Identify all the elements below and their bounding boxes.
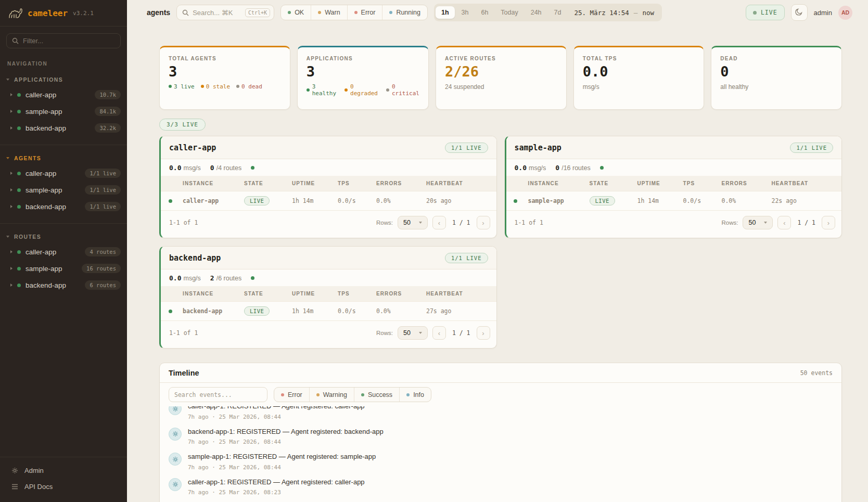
sidebar-item-caller-app[interactable]: caller-app 1/1 live [0, 165, 127, 182]
sidebar-item-caller-app[interactable]: caller-app 10.7k [0, 86, 127, 103]
instance-row[interactable]: caller-app LIVE 1h 14m 0.0/s 0.0% 20s ag… [161, 191, 496, 211]
stat-value: 0 [720, 64, 833, 80]
section-header-applications[interactable]: APPLICATIONS [0, 71, 127, 86]
rows-per-page-select[interactable]: 50 [398, 326, 428, 340]
gear-event-icon [169, 428, 182, 441]
filter-chip-ok[interactable]: OK [281, 5, 311, 20]
stat-value: 0.0 [583, 64, 695, 80]
sidebar-item-sample-app[interactable]: sample-app 1/1 live [0, 182, 127, 198]
moon-icon [795, 8, 803, 18]
status-filter-group: OK Warn Error Running [280, 5, 428, 20]
item-label: caller-app [25, 91, 90, 99]
next-page-button[interactable]: › [822, 216, 835, 229]
event-timestamp: 7h ago · 25 Mar 2026, 08:44 [188, 464, 376, 471]
timeline-event[interactable]: caller-app-1: REGISTERED — Agent registe… [169, 406, 833, 424]
instance-status-dot [514, 199, 517, 203]
event-title: backend-app-1: REGISTERED — Agent regist… [188, 428, 384, 436]
filter-chip-info[interactable]: Info [399, 388, 431, 402]
range-button-6h[interactable]: 6h [475, 6, 494, 19]
range-button-7d[interactable]: 7d [548, 6, 567, 19]
sidebar-item-sample-app[interactable]: sample-app 84.1k [0, 103, 127, 120]
col-instance: INSTANCE [180, 176, 241, 191]
table-footer: 1-1 of 1 Rows: 50 ‹ 1 / 1 › [161, 210, 496, 236]
item-label: sample-app [25, 265, 77, 273]
instance-name: caller-app [180, 191, 241, 211]
warn-dot [318, 11, 321, 14]
col-errors: ERRORS [373, 286, 423, 302]
prev-page-button[interactable]: ‹ [777, 216, 791, 229]
status-dot [17, 188, 21, 192]
filter-chip-success[interactable]: Success [354, 388, 399, 402]
sidebar-item-backend-app[interactable]: backend-app 6 routes [0, 277, 127, 293]
next-page-button[interactable]: › [477, 326, 490, 340]
timeline-search-input[interactable]: Search events... [169, 387, 267, 402]
sidebar-item-backend-app[interactable]: backend-app 1/1 live [0, 198, 127, 215]
event-timestamp: 7h ago · 25 Mar 2026, 08:44 [188, 414, 365, 420]
chip-label: OK [295, 9, 304, 16]
uptime-cell: 1h 14m [289, 191, 335, 211]
filter-chip-error[interactable]: Error [347, 5, 382, 20]
live-status-badge[interactable]: LIVE [746, 5, 785, 20]
range-button-today[interactable]: Today [495, 6, 524, 19]
sidebar-item-admin[interactable]: Admin [0, 462, 127, 479]
range-button-24h[interactable]: 24h [525, 6, 547, 19]
app-card-backend-app: backend-app 1/1 LIVE 0.0msg/s 2/6 routes… [159, 246, 497, 349]
errors-cell: 0.0% [373, 302, 423, 321]
sidebar-filter-input[interactable]: Filter... [6, 33, 121, 48]
section-header-routes[interactable]: ROUTES [0, 228, 127, 243]
instance-row[interactable]: backend-app LIVE 1h 14m 0.0/s 0.0% 27s a… [161, 302, 496, 321]
status-dot [17, 110, 21, 113]
stat-card-total-agents: TOTAL AGENTS 3 3 live 0 stale 0 dead [159, 46, 290, 110]
filter-chip-running[interactable]: Running [382, 5, 427, 20]
timeline-event[interactable]: caller-app-1: REGISTERED — Agent registe… [169, 474, 833, 500]
next-page-button[interactable]: › [477, 216, 490, 229]
table-header-row: INSTANCE STATE UPTIME TPS ERRORS HEARTBE… [506, 176, 842, 191]
instances-table: INSTANCE STATE UPTIME TPS ERRORS HEARTBE… [161, 286, 496, 320]
item-badge: 16 routes [82, 264, 121, 273]
app-name: cameleer [28, 8, 68, 18]
app-card-header: backend-app 1/1 LIVE [161, 247, 496, 269]
status-dot [17, 93, 21, 97]
instances-table: INSTANCE STATE UPTIME TPS ERRORS HEARTBE… [161, 176, 496, 210]
timeline-event[interactable]: backend-app-1: REGISTERED — Agent regist… [169, 424, 833, 449]
sidebar-item-api-docs[interactable]: API Docs [0, 479, 127, 495]
filter-chip-error[interactable]: Error [274, 388, 309, 402]
avatar[interactable]: AD [838, 6, 852, 20]
overview-live-badge: 3/3 LIVE [159, 119, 206, 131]
sidebar-item-backend-app[interactable]: backend-app 32.2k [0, 120, 127, 136]
time-range-display: 25. März 14:54 — now [574, 9, 654, 17]
app-title: backend-app [169, 253, 221, 263]
chip-label: Running [396, 9, 420, 16]
chevron-right-icon [10, 267, 12, 270]
app-card-sample-app: sample-app 1/1 LIVE 0.0msg/s 0/16 routes… [505, 136, 843, 238]
section-header-agents[interactable]: AGENTS [0, 149, 127, 165]
breakdown-text: 3 healthy [312, 83, 336, 98]
prev-page-button[interactable]: ‹ [432, 326, 446, 340]
heartbeat-cell: 27s ago [423, 302, 496, 321]
filter-chip-warn[interactable]: Warn [311, 5, 347, 20]
live-label: LIVE [761, 9, 777, 16]
timeline-events-list[interactable]: caller-app-1: REGISTERED — Agent registe… [160, 406, 841, 502]
heartbeat-cell: 20s ago [423, 191, 496, 211]
item-label: backend-app [25, 203, 80, 211]
rows-per-page-select[interactable]: 50 [398, 216, 428, 229]
stat-label: APPLICATIONS [307, 56, 419, 61]
chevron-right-icon [10, 250, 12, 253]
prev-page-button[interactable]: ‹ [432, 216, 446, 229]
range-button-1h[interactable]: 1h [436, 6, 455, 19]
sidebar-item-caller-app[interactable]: caller-app 4 routes [0, 243, 127, 260]
topbar: agents Search... ⌘K Ctrl+K OK Warn Error [127, 0, 868, 25]
theme-toggle-button[interactable] [791, 4, 808, 21]
page-indicator: 1 / 1 [451, 219, 472, 226]
filter-chip-warning[interactable]: Warning [309, 388, 354, 402]
item-label: caller-app [25, 248, 80, 256]
rows-per-page-select[interactable]: 50 [743, 216, 773, 229]
tps-stat: 0.0msg/s [169, 164, 201, 172]
sidebar-item-sample-app[interactable]: sample-app 16 routes [0, 260, 127, 277]
event-timestamp: 7h ago · 25 Mar 2026, 08:23 [188, 489, 365, 496]
timeline-event[interactable]: sample-app-1: REGISTERED — Agent registe… [169, 449, 833, 474]
col-uptime: UPTIME [634, 176, 680, 191]
range-button-3h[interactable]: 3h [456, 6, 475, 19]
search-input[interactable]: Search... ⌘K Ctrl+K [176, 5, 274, 20]
instance-row[interactable]: sample-app LIVE 1h 14m 0.0/s 0.0% 22s ag… [506, 191, 842, 211]
